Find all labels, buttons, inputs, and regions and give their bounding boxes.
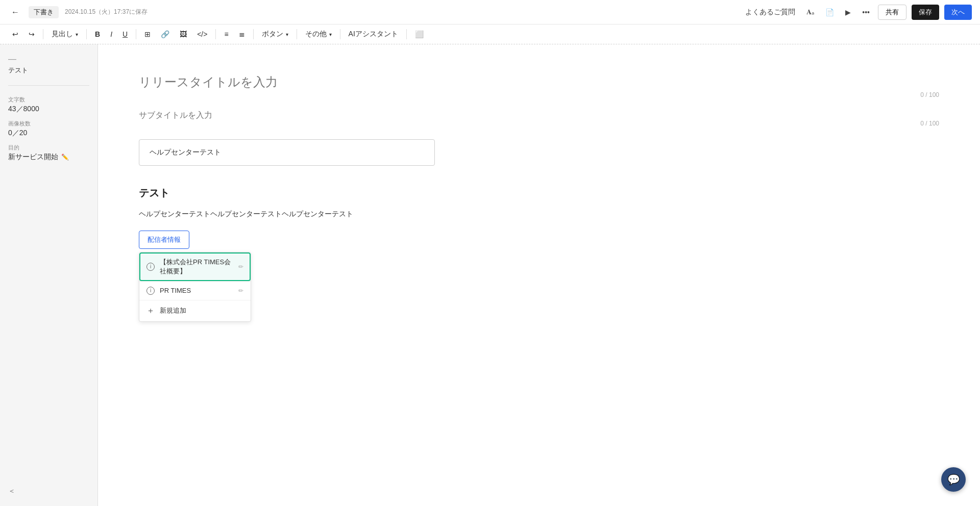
- image-button[interactable]: 🖼: [176, 28, 191, 40]
- distributor-button[interactable]: 配信者情報: [139, 231, 189, 249]
- bold-button[interactable]: B: [91, 28, 104, 40]
- more-button[interactable]: •••: [859, 6, 873, 18]
- save-time: 2024.10.15（火）17:37に保存: [65, 8, 148, 16]
- content-box-text: ヘルプセンターテスト: [150, 148, 221, 156]
- screen-button[interactable]: ⬜: [411, 28, 428, 40]
- header-right: よくあるご質問 𝐀ₐ 📄 ▶ ••• 共有 保存 次へ: [742, 5, 972, 20]
- plus-icon: ＋: [146, 306, 155, 316]
- toolbar-separator-6: [297, 29, 297, 39]
- document-icon: 📄: [825, 8, 834, 16]
- main-layout: — テスト 文字数 43／8000 画像枚数 0／20 目的 新サービス開始 ✏…: [0, 44, 980, 506]
- play-icon-button[interactable]: ▶: [842, 6, 854, 18]
- column-button[interactable]: ⊞: [140, 28, 155, 40]
- other-label: その他: [305, 30, 327, 39]
- document-icon-button[interactable]: 📄: [822, 6, 837, 18]
- code-button[interactable]: </>: [193, 28, 211, 40]
- sidebar-item-label: テスト: [8, 66, 89, 75]
- share-button[interactable]: 共有: [878, 5, 906, 20]
- sidebar-dash: —: [8, 55, 89, 64]
- heading-label: 見出し: [52, 30, 73, 39]
- article-paragraph: ヘルプセンターテストヘルプセンターテストヘルプセンターテスト: [139, 208, 939, 220]
- distributor-item-edit-2[interactable]: ✏: [238, 287, 243, 294]
- add-distributor-label: 新規追加: [160, 306, 186, 315]
- link-button[interactable]: 🔗: [157, 28, 174, 40]
- goal-label: 目的: [8, 144, 89, 151]
- heading-button[interactable]: 見出し ▾: [47, 28, 82, 41]
- sidebar-collapse-button[interactable]: ＜: [8, 487, 15, 496]
- header-left: ← 下書き 2024.10.15（火）17:37に保存: [8, 5, 148, 19]
- goal-edit-icon[interactable]: ✏️: [61, 154, 69, 161]
- chat-fab-button[interactable]: 💬: [941, 467, 966, 492]
- chat-icon: 💬: [947, 473, 960, 486]
- save-button[interactable]: 保存: [912, 5, 939, 20]
- play-icon: ▶: [845, 8, 851, 16]
- back-button[interactable]: ←: [8, 5, 22, 19]
- more-icon: •••: [862, 8, 870, 16]
- draft-badge: 下書き: [29, 6, 59, 18]
- info-icon-2: i: [146, 287, 155, 295]
- numbered-list-button[interactable]: ≣: [235, 28, 249, 40]
- title-input[interactable]: [139, 75, 939, 89]
- toolbar-separator-2: [86, 29, 87, 39]
- word-count-label: 文字数: [8, 96, 89, 104]
- button-insert-label: ボタン: [262, 30, 283, 39]
- image-count-label: 画像枚数: [8, 120, 89, 128]
- article-heading: テスト: [139, 186, 939, 200]
- info-icon-1: i: [146, 263, 155, 271]
- subtitle-char-count: 0 / 100: [139, 120, 939, 127]
- next-button[interactable]: 次へ: [944, 5, 972, 20]
- toolbar-separator-3: [136, 29, 136, 39]
- title-char-count: 0 / 100: [139, 91, 939, 98]
- distributor-item-2[interactable]: i PR TIMES ✏: [139, 282, 251, 300]
- goal-row: 新サービス開始 ✏️: [8, 153, 89, 162]
- toolbar-separator-5: [253, 29, 254, 39]
- sidebar-divider: [8, 85, 89, 86]
- font-icon-button[interactable]: 𝐀ₐ: [803, 6, 817, 18]
- other-button[interactable]: その他 ▾: [301, 28, 336, 41]
- toolbar-separator-7: [340, 29, 340, 39]
- content-box: ヘルプセンターテスト: [139, 139, 435, 166]
- toolbar-separator-8: [406, 29, 407, 39]
- distributor-item-label-1: 【株式会社PR TIMES会社概要】: [160, 258, 233, 276]
- ai-assistant-button[interactable]: AIアシスタント: [345, 28, 402, 41]
- other-chevron-icon: ▾: [329, 32, 332, 37]
- button-chevron-icon: ▾: [286, 32, 288, 37]
- redo-button[interactable]: ↪: [24, 28, 39, 40]
- add-distributor-item[interactable]: ＋ 新規追加: [139, 300, 251, 321]
- goal-value: 新サービス開始: [8, 153, 58, 162]
- toolbar-separator-1: [43, 29, 43, 39]
- distributor-dropdown: i 【株式会社PR TIMES会社概要】 ✏ i PR TIMES ✏ ＋ 新規…: [139, 252, 251, 322]
- undo-button[interactable]: ↩: [8, 28, 22, 40]
- sidebar: — テスト 文字数 43／8000 画像枚数 0／20 目的 新サービス開始 ✏…: [0, 44, 98, 506]
- heading-chevron-icon: ▾: [76, 32, 78, 37]
- word-count-value: 43／8000: [8, 105, 89, 114]
- editor-area: 0 / 100 0 / 100 ヘルプセンターテスト テスト ヘルプセンターテス…: [98, 44, 980, 506]
- distributor-item-label-2: PR TIMES: [160, 287, 191, 294]
- toolbar-separator-4: [215, 29, 216, 39]
- distributor-item-edit-1[interactable]: ✏: [238, 263, 243, 270]
- underline-button[interactable]: U: [118, 28, 132, 40]
- bullet-list-button[interactable]: ≡: [220, 28, 232, 40]
- font-icon: 𝐀ₐ: [806, 8, 814, 16]
- subtitle-input[interactable]: [139, 111, 939, 120]
- editor-toolbar: ↩ ↪ 見出し ▾ B I U ⊞ 🔗 🖼 </> ≡ ≣ ボタン ▾ その他 …: [0, 24, 980, 44]
- distributor-item-1[interactable]: i 【株式会社PR TIMES会社概要】 ✏: [139, 252, 251, 282]
- faq-button[interactable]: よくあるご質問: [742, 6, 798, 19]
- button-insert-button[interactable]: ボタン ▾: [258, 28, 292, 41]
- image-count-value: 0／20: [8, 129, 89, 138]
- italic-button[interactable]: I: [106, 28, 116, 40]
- top-header: ← 下書き 2024.10.15（火）17:37に保存 よくあるご質問 𝐀ₐ 📄…: [0, 0, 980, 24]
